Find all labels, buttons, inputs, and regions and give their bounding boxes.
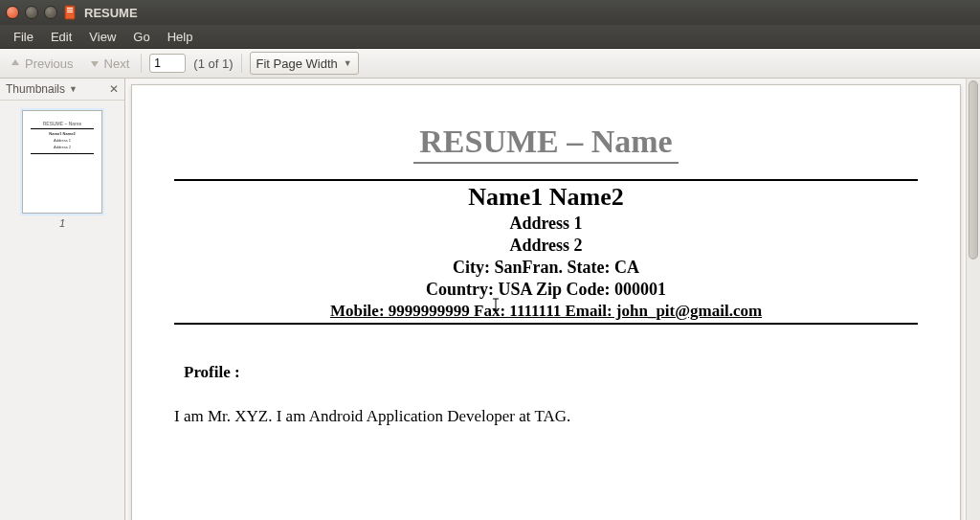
zoom-mode-combo[interactable]: Fit Page Width ▼ <box>250 52 359 75</box>
thumbnails-list: RESUME – Name Name1 Name2 Address 1 Addr… <box>0 101 124 520</box>
arrow-down-icon <box>89 57 100 69</box>
thumbnails-sidebar: Thumbnails ▼ ✕ RESUME – Name Name1 Name2… <box>0 79 125 520</box>
doc-heading: RESUME – Name <box>413 124 678 164</box>
menu-edit[interactable]: Edit <box>43 27 79 47</box>
sidebar-close-button[interactable]: ✕ <box>109 82 119 96</box>
window-controls <box>6 6 57 19</box>
doc-address2: Address 2 <box>174 236 918 256</box>
window-maximize-button[interactable] <box>44 6 57 19</box>
titlebar: RESUME <box>0 0 980 25</box>
chevron-down-icon[interactable]: ▼ <box>69 84 78 94</box>
previous-label: Previous <box>25 57 74 71</box>
menubar: File Edit View Go Help <box>0 25 980 49</box>
chevron-down-icon: ▼ <box>344 58 352 68</box>
svg-rect-2 <box>67 10 73 11</box>
sidebar-title[interactable]: Thumbnails <box>6 82 65 96</box>
doc-profile-heading: Profile : <box>184 363 918 382</box>
zoom-mode-label: Fit Page Width <box>256 57 338 71</box>
arrow-up-icon <box>10 57 21 69</box>
svg-rect-1 <box>67 8 73 9</box>
doc-contact-line: Mobile: 9999999999 Fax: 1111111 Email: j… <box>174 302 918 321</box>
doc-full-name: Name1 Name2 <box>174 183 918 212</box>
doc-country-zip: Country: USA Zip Code: 000001 <box>174 280 918 300</box>
toolbar-separator <box>141 54 142 73</box>
window-close-button[interactable] <box>6 6 19 19</box>
app-icon <box>63 5 78 20</box>
document-viewer[interactable]: RESUME – Name Name1 Name2 Address 1 Addr… <box>125 79 980 520</box>
doc-profile-body: I am Mr. XYZ. I am Android Application D… <box>174 407 918 426</box>
next-page-button[interactable]: Next <box>85 55 134 73</box>
window-minimize-button[interactable] <box>25 6 38 19</box>
content-area: Thumbnails ▼ ✕ RESUME – Name Name1 Name2… <box>0 79 980 520</box>
menu-help[interactable]: Help <box>160 27 201 47</box>
document-page: RESUME – Name Name1 Name2 Address 1 Addr… <box>131 84 961 520</box>
scrollbar-thumb[interactable] <box>969 80 978 260</box>
doc-rule <box>174 179 918 181</box>
next-label: Next <box>104 57 130 71</box>
doc-address1: Address 1 <box>174 214 918 234</box>
window-title: RESUME <box>84 6 138 20</box>
sidebar-header: Thumbnails ▼ ✕ <box>0 79 124 101</box>
thumbnail-page-number: 1 <box>59 217 65 229</box>
previous-page-button[interactable]: Previous <box>6 55 78 73</box>
menu-view[interactable]: View <box>81 27 123 47</box>
page-thumbnail[interactable]: RESUME – Name Name1 Name2 Address 1 Addr… <box>22 110 102 214</box>
toolbar: Previous Next (1 of 1) Fit Page Width ▼ <box>0 49 980 79</box>
vertical-scrollbar[interactable] <box>966 79 980 520</box>
page-total-label: (1 of 1) <box>193 57 233 71</box>
page-number-input[interactable] <box>149 54 186 73</box>
doc-city-state: City: SanFran. State: CA <box>174 258 918 278</box>
svg-rect-3 <box>67 11 73 12</box>
doc-rule <box>174 323 918 325</box>
toolbar-separator <box>241 54 242 73</box>
menu-go[interactable]: Go <box>125 27 157 47</box>
menu-file[interactable]: File <box>6 27 41 47</box>
